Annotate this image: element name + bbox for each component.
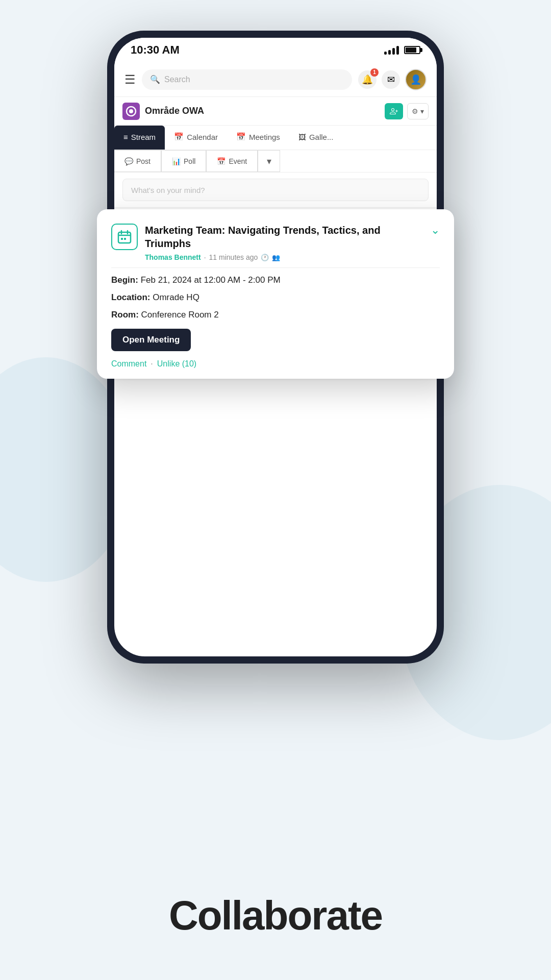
meetings-icon: 📅 [236, 132, 246, 141]
meeting-time-ago: 11 minutes ago [209, 253, 258, 261]
poll-button[interactable]: 📊 Poll [161, 150, 206, 172]
gear-icon: ⚙ [412, 107, 418, 115]
group-actions: ⚙ ▾ [385, 103, 429, 119]
post-icon: 💬 [124, 157, 133, 165]
begin-row: Begin: Feb 21, 2024 at 12:00 AM - 2:00 P… [111, 274, 440, 286]
svg-point-1 [129, 109, 133, 113]
open-meeting-button[interactable]: Open Meeting [111, 329, 191, 351]
status-icons [384, 45, 420, 55]
add-member-button[interactable] [385, 103, 403, 119]
mind-input-area: What's on your mind? [114, 173, 437, 208]
gear-dropdown-icon: ▾ [420, 107, 424, 115]
user-avatar[interactable]: 👤 [405, 69, 427, 90]
room-label: Room: [111, 310, 139, 320]
settings-button[interactable]: ⚙ ▾ [407, 103, 429, 119]
svg-rect-29 [124, 238, 126, 240]
collaborate-text: Collaborate [0, 892, 551, 939]
app-header: ☰ 🔍 Search 🔔 1 ✉ 👤 [114, 62, 437, 97]
meeting-meta: Thomas Bennett · 11 minutes ago 🕐 👥 [145, 253, 423, 261]
meeting-title-block: Marketing Team: Navigating Trends, Tacti… [145, 224, 423, 261]
tab-gallery[interactable]: 🖼 Galle... [289, 126, 343, 150]
meeting-calendar-icon [111, 224, 138, 250]
sub-nav: 💬 Post 📊 Poll 📅 Event ▾ [114, 150, 437, 173]
notification-bell-wrap: 🔔 1 [358, 70, 377, 89]
meeting-card: Marketing Team: Navigating Trends, Tacti… [97, 209, 454, 379]
stream-icon: ≡ [123, 133, 128, 141]
header-icons: 🔔 1 ✉ 👤 [358, 69, 427, 90]
group-header: Område OWA ⚙ ▾ [114, 97, 437, 126]
begin-value: Feb 21, 2024 at 12:00 AM - 2:00 PM [141, 275, 281, 285]
meeting-card-header: Marketing Team: Navigating Trends, Tacti… [111, 224, 440, 261]
meeting-title: Marketing Team: Navigating Trends, Tacti… [145, 224, 423, 250]
group-name: Område OWA [145, 106, 380, 116]
group-logo [122, 103, 140, 120]
more-options-button[interactable]: ▾ [258, 150, 280, 172]
whats-on-mind-input[interactable]: What's on your mind? [122, 179, 429, 201]
signal-bars-icon [384, 45, 399, 55]
meeting-actions: Comment · Unlike (10) [111, 359, 440, 369]
meeting-separator: · [204, 253, 206, 261]
status-bar: 10:30 AM [114, 38, 437, 62]
event-button[interactable]: 📅 Event [206, 150, 258, 172]
begin-label: Begin: [111, 275, 138, 285]
search-icon: 🔍 [150, 75, 160, 84]
calendar-icon: 📅 [174, 132, 184, 141]
room-value: Conference Room 2 [141, 310, 219, 320]
tab-stream[interactable]: ≡ Stream [114, 126, 165, 150]
action-separator: · [151, 359, 153, 369]
meeting-details: Begin: Feb 21, 2024 at 12:00 AM - 2:00 P… [111, 274, 440, 321]
post-button[interactable]: 💬 Post [114, 150, 161, 172]
location-label: Location: [111, 292, 151, 302]
battery-fill [406, 47, 416, 53]
nav-tabs: ≡ Stream 📅 Calendar 📅 Meetings 🖼 Galle..… [114, 126, 437, 150]
tab-meetings[interactable]: 📅 Meetings [227, 126, 289, 150]
status-time: 10:30 AM [131, 43, 180, 57]
poll-icon: 📊 [172, 157, 181, 165]
gallery-icon: 🖼 [298, 133, 306, 141]
messages-button[interactable]: ✉ [382, 70, 400, 89]
location-value: Omrade HQ [153, 292, 199, 302]
tab-calendar[interactable]: 📅 Calendar [165, 126, 227, 150]
group-icon: 👥 [272, 254, 280, 261]
unlike-link[interactable]: Unlike (10) [157, 359, 196, 369]
svg-rect-27 [118, 232, 131, 243]
meeting-author[interactable]: Thomas Bennett [145, 253, 201, 261]
search-bar[interactable]: 🔍 Search [142, 69, 352, 90]
mind-input-placeholder: What's on your mind? [131, 186, 205, 194]
clock-icon: 🕐 [261, 254, 269, 261]
event-icon: 📅 [217, 157, 226, 165]
svg-rect-28 [121, 238, 123, 240]
battery-icon [404, 46, 420, 54]
comment-link[interactable]: Comment [111, 359, 146, 369]
collaborate-section: Collaborate [0, 892, 551, 939]
room-row: Room: Conference Room 2 [111, 309, 440, 321]
notification-badge: 1 [370, 68, 379, 77]
chevron-down-icon[interactable]: ⌄ [431, 224, 440, 237]
search-placeholder: Search [164, 75, 190, 84]
location-row: Location: Omrade HQ [111, 291, 440, 304]
hamburger-icon[interactable]: ☰ [124, 72, 136, 87]
meeting-divider [111, 267, 440, 268]
